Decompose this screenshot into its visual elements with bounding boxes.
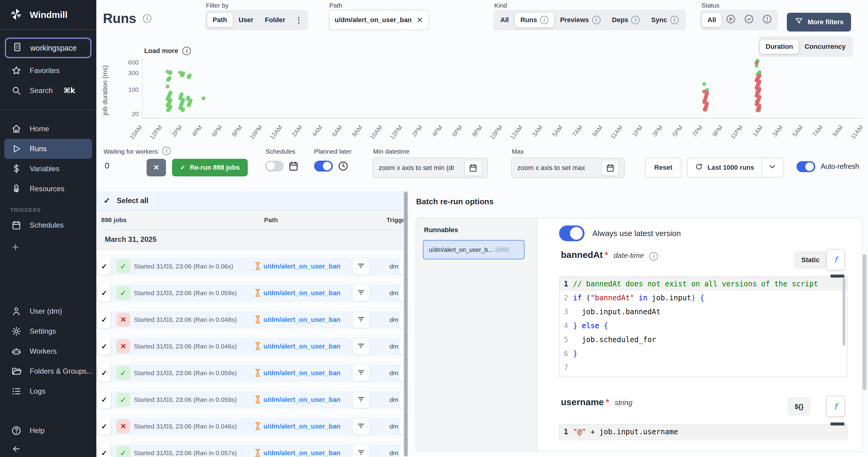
job-row[interactable]: ✓✓Started 31/03, 23:06 (Ran in 0.06s)u/d… bbox=[96, 258, 403, 275]
list-scrollbar[interactable] bbox=[403, 191, 408, 457]
code-line[interactable]: 1// bannedAt does not exist on all versi… bbox=[560, 277, 847, 291]
job-path-link[interactable]: u/dm/alert_on_user_ban bbox=[264, 444, 340, 457]
code-line[interactable]: 3 job.input.bannedAt bbox=[560, 305, 847, 319]
kind-option-all[interactable]: All bbox=[495, 13, 514, 27]
job-row[interactable]: ✓✕Started 31/03, 23:06 (Ran in 0.048s)u/… bbox=[96, 311, 403, 329]
filter-by-path-button[interactable] bbox=[352, 312, 370, 328]
code-line[interactable]: 2if ("bannedAt" in job.input) { bbox=[560, 291, 847, 305]
sidebar-item-variables[interactable]: Variables bbox=[0, 159, 96, 179]
filter-by-more-menu[interactable]: ⋮ bbox=[291, 12, 307, 28]
code-line[interactable]: 6} bbox=[560, 347, 847, 361]
min-datetime-input[interactable]: zoom x axis to set min (dr bbox=[373, 158, 488, 178]
path-input[interactable]: u/dm/alert_on_user_ban ✕ bbox=[329, 10, 429, 30]
job-path-link[interactable]: u/dm/alert_on_user_ban bbox=[264, 258, 340, 275]
add-trigger-button[interactable]: + bbox=[0, 235, 96, 254]
row-checkbox[interactable]: ✓ bbox=[97, 258, 111, 275]
batch-panel-scrollbar[interactable] bbox=[863, 254, 867, 390]
sidebar-item-workers[interactable]: Workers bbox=[0, 341, 96, 361]
runs-info-icon[interactable]: i bbox=[143, 14, 151, 23]
reset-button[interactable]: Reset bbox=[645, 158, 681, 178]
runnable-item[interactable]: u/dm/alert_on_user_b... (898) bbox=[423, 240, 525, 259]
job-row[interactable]: ✓✓Started 31/03, 23:06 (Ran in 0.059s)u/… bbox=[96, 364, 403, 382]
max-calendar-button[interactable] bbox=[602, 160, 619, 176]
filter-by-path-button[interactable] bbox=[352, 365, 370, 381]
kind-option-previews[interactable]: Previewsi bbox=[555, 13, 606, 27]
kind-option-runs[interactable]: Runsi bbox=[515, 13, 554, 27]
cancel-selection-button[interactable]: ✕ bbox=[147, 159, 166, 176]
username-code-editor[interactable]: 1"@" + job.input.username bbox=[559, 424, 847, 440]
bannedat-mode-chip[interactable]: Static bbox=[794, 251, 827, 269]
job-row[interactable]: ✓✓Started 31/03, 23:06 (Ran in 0.059s)u/… bbox=[96, 391, 403, 408]
code-line[interactable]: 5 job.scheduled_for bbox=[560, 333, 847, 347]
collapse-sidebar-button[interactable] bbox=[0, 440, 96, 457]
editor-hscroll-thumb[interactable] bbox=[831, 275, 844, 278]
sidebar-item-help[interactable]: Help bbox=[0, 421, 96, 440]
sidebar-item-favorites[interactable]: Favorites bbox=[0, 61, 96, 81]
latest-version-toggle[interactable] bbox=[559, 226, 585, 241]
row-checkbox[interactable]: ✓ bbox=[97, 338, 111, 355]
job-path-link[interactable]: u/dm/alert_on_user_ban bbox=[264, 364, 340, 382]
status-option-all[interactable]: All bbox=[702, 13, 721, 27]
username-function-icon[interactable]: f bbox=[826, 396, 845, 417]
filter-by-path-button[interactable] bbox=[352, 258, 370, 275]
row-checkbox[interactable]: ✓ bbox=[97, 444, 111, 457]
filter-by-path-button[interactable] bbox=[352, 418, 370, 435]
duration-scatter-chart[interactable]: job duration (ms)6003001002010AM12PM2PM4… bbox=[96, 45, 868, 151]
auto-refresh-toggle[interactable] bbox=[797, 161, 815, 172]
bannedat-function-icon[interactable]: f bbox=[826, 249, 845, 270]
job-row[interactable]: ✓✓Started 31/03, 23:06 (Ran in 0.059s)u/… bbox=[96, 284, 403, 302]
status-option-failure[interactable] bbox=[758, 11, 776, 29]
code-line[interactable]: 4} else { bbox=[560, 319, 847, 333]
filter-by-path-button[interactable] bbox=[352, 392, 370, 408]
filter-by-path-button[interactable] bbox=[352, 285, 370, 301]
planned-later-toggle[interactable] bbox=[314, 161, 333, 172]
filter-by-option-folder[interactable]: Folder bbox=[259, 13, 291, 27]
more-filters-button[interactable]: More filters bbox=[787, 13, 851, 31]
row-checkbox[interactable]: ✓ bbox=[97, 364, 111, 382]
min-calendar-button[interactable] bbox=[465, 160, 482, 176]
job-path-link[interactable]: u/dm/alert_on_user_ban bbox=[264, 338, 340, 355]
job-path-link[interactable]: u/dm/alert_on_user_ban bbox=[264, 418, 340, 435]
job-row[interactable]: ✓✓Started 31/03, 23:06 (Ran in 0.057s)u/… bbox=[96, 444, 403, 457]
job-path-link[interactable]: u/dm/alert_on_user_ban bbox=[264, 284, 340, 302]
sidebar-item-runs[interactable]: Runs bbox=[4, 139, 92, 159]
sidebar-item-user-dm[interactable]: User (dm) bbox=[0, 301, 96, 321]
sidebar-item-settings[interactable]: Settings bbox=[0, 321, 96, 341]
job-row[interactable]: ✓✕Started 31/03, 23:06 (Ran in 0.046s)u/… bbox=[96, 338, 403, 355]
clear-path-icon[interactable]: ✕ bbox=[416, 16, 423, 25]
filter-by-option-user[interactable]: User bbox=[233, 13, 259, 27]
filter-by-path-button[interactable] bbox=[352, 338, 370, 354]
sidebar-item-home[interactable]: Home bbox=[0, 119, 96, 139]
rerun-jobs-button[interactable]: ✓ Re-run 898 jobs bbox=[172, 159, 248, 176]
row-checkbox[interactable]: ✓ bbox=[97, 391, 111, 408]
row-checkbox[interactable]: ✓ bbox=[97, 418, 111, 435]
select-all-checkbox[interactable]: ✓ bbox=[103, 196, 110, 205]
select-all-bar[interactable]: ✓ Select all bbox=[96, 191, 403, 210]
row-checkbox[interactable]: ✓ bbox=[97, 311, 111, 329]
last-runs-dropdown[interactable] bbox=[762, 158, 783, 178]
code-line[interactable]: 7 bbox=[560, 361, 847, 375]
job-path-link[interactable]: u/dm/alert_on_user_ban bbox=[264, 391, 340, 408]
sidebar-item-logs[interactable]: Logs bbox=[0, 381, 96, 401]
filter-by-path-button[interactable] bbox=[352, 445, 370, 457]
job-path-link[interactable]: u/dm/alert_on_user_ban bbox=[264, 311, 340, 329]
job-row[interactable]: ✓✕Started 31/03, 23:06 (Ran in 0.046s)u/… bbox=[96, 418, 403, 435]
sidebar-item-folders-groups[interactable]: Folders & Groups... bbox=[0, 361, 96, 381]
sidebar-item-schedules[interactable]: Schedules bbox=[0, 215, 96, 235]
app-logo[interactable]: Windmill bbox=[0, 0, 96, 29]
last-runs-button[interactable]: Last 1000 runs bbox=[687, 158, 762, 178]
status-option-running[interactable] bbox=[722, 11, 740, 29]
editor-hscroll-thumb[interactable] bbox=[831, 423, 844, 426]
sidebar-item-search[interactable]: Search⌘k bbox=[0, 81, 96, 101]
status-option-success[interactable] bbox=[740, 11, 758, 29]
max-datetime-input[interactable]: zoom x axis to set max bbox=[511, 158, 625, 178]
sidebar-item-resources[interactable]: Resources bbox=[0, 179, 96, 199]
schedules-toggle[interactable] bbox=[265, 161, 284, 172]
row-checkbox[interactable]: ✓ bbox=[97, 284, 111, 302]
filter-by-option-path[interactable]: Path bbox=[207, 13, 232, 27]
bannedat-code-editor[interactable]: 1// bannedAt does not exist on all versi… bbox=[559, 276, 847, 377]
kind-option-sync[interactable]: Synci bbox=[646, 13, 684, 27]
username-mode-chip[interactable]: ${} bbox=[787, 398, 811, 416]
code-line[interactable]: 1"@" + job.input.username bbox=[560, 425, 847, 439]
kind-option-deps[interactable]: Depsi bbox=[607, 13, 645, 27]
